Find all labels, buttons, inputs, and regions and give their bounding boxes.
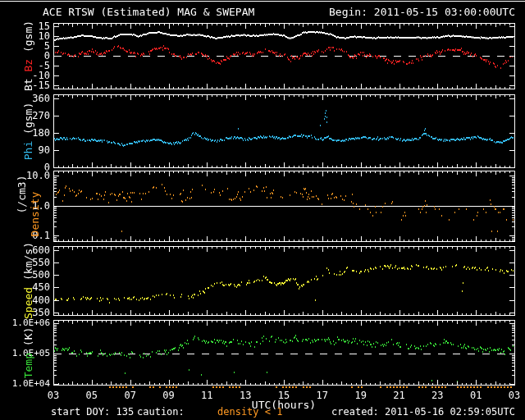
ace-rtsw-plot-page: ACE RTSW (Estimated) MAG & SWEPAM Begin:… [0,0,525,420]
plot-canvas [0,0,525,420]
